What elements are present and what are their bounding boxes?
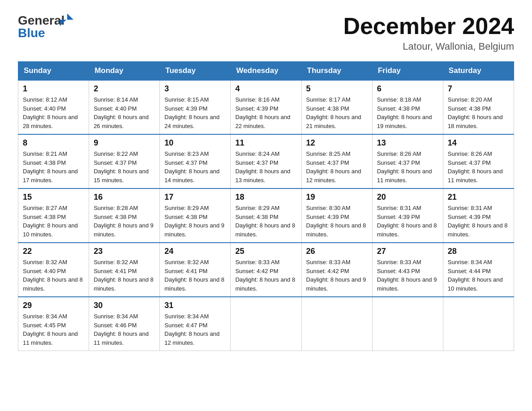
day-number: 12 (306, 138, 368, 148)
day-number: 5 (306, 84, 368, 94)
day-info: Sunrise: 8:31 AM Sunset: 4:39 PM Dayligh… (377, 204, 438, 239)
header-thursday: Thursday (301, 62, 372, 81)
day-number: 17 (164, 193, 226, 202)
calendar-cell: 18 Sunrise: 8:29 AM Sunset: 4:38 PM Dayl… (231, 188, 301, 243)
day-number: 27 (377, 247, 438, 256)
logo: General Blue (18, 13, 73, 40)
calendar-cell: 27 Sunrise: 8:33 AM Sunset: 4:43 PM Dayl… (372, 243, 443, 297)
header-tuesday: Tuesday (160, 62, 231, 81)
logo-triangle-bottom (60, 20, 66, 26)
header-monday: Monday (89, 62, 160, 81)
day-number: 4 (235, 84, 296, 94)
day-info: Sunrise: 8:18 AM Sunset: 4:38 PM Dayligh… (377, 95, 438, 130)
day-number: 1 (23, 84, 84, 94)
day-info: Sunrise: 8:34 AM Sunset: 4:47 PM Dayligh… (164, 312, 226, 347)
calendar-week-1: 1 Sunrise: 8:12 AM Sunset: 4:40 PM Dayli… (18, 80, 514, 134)
day-number: 22 (23, 247, 84, 256)
calendar-cell: 15 Sunrise: 8:27 AM Sunset: 4:38 PM Dayl… (18, 188, 89, 243)
calendar-week-2: 8 Sunrise: 8:21 AM Sunset: 4:38 PM Dayli… (18, 134, 514, 188)
day-info: Sunrise: 8:26 AM Sunset: 4:37 PM Dayligh… (448, 150, 509, 184)
calendar-cell: 31 Sunrise: 8:34 AM Sunset: 4:47 PM Dayl… (160, 297, 231, 351)
calendar-cell: 28 Sunrise: 8:34 AM Sunset: 4:44 PM Dayl… (443, 243, 514, 297)
day-info: Sunrise: 8:21 AM Sunset: 4:38 PM Dayligh… (23, 150, 84, 184)
calendar-cell (372, 297, 443, 351)
location-subtitle: Latour, Wallonia, Belgium (343, 41, 514, 52)
day-number: 11 (235, 138, 296, 148)
day-info: Sunrise: 8:23 AM Sunset: 4:37 PM Dayligh… (164, 150, 226, 184)
day-number: 8 (23, 138, 84, 148)
calendar-cell (301, 297, 372, 351)
day-info: Sunrise: 8:28 AM Sunset: 4:38 PM Dayligh… (94, 204, 155, 239)
day-number: 19 (306, 193, 368, 202)
calendar-cell: 10 Sunrise: 8:23 AM Sunset: 4:37 PM Dayl… (160, 134, 231, 188)
day-number: 21 (448, 193, 509, 202)
calendar-cell: 5 Sunrise: 8:17 AM Sunset: 4:38 PM Dayli… (301, 80, 372, 134)
day-number: 16 (94, 193, 155, 202)
day-number: 30 (94, 301, 155, 310)
day-info: Sunrise: 8:27 AM Sunset: 4:38 PM Dayligh… (23, 204, 84, 239)
calendar-week-5: 29 Sunrise: 8:34 AM Sunset: 4:45 PM Dayl… (18, 297, 514, 351)
header-friday: Friday (372, 62, 443, 81)
day-info: Sunrise: 8:26 AM Sunset: 4:37 PM Dayligh… (377, 150, 438, 184)
calendar-cell: 30 Sunrise: 8:34 AM Sunset: 4:46 PM Dayl… (89, 297, 160, 351)
day-info: Sunrise: 8:32 AM Sunset: 4:40 PM Dayligh… (23, 258, 84, 293)
calendar-cell: 24 Sunrise: 8:32 AM Sunset: 4:41 PM Dayl… (160, 243, 231, 297)
day-info: Sunrise: 8:33 AM Sunset: 4:43 PM Dayligh… (377, 258, 438, 293)
calendar-cell (443, 297, 514, 351)
day-number: 10 (164, 138, 226, 148)
day-number: 23 (94, 247, 155, 256)
calendar-cell: 21 Sunrise: 8:31 AM Sunset: 4:39 PM Dayl… (443, 188, 514, 243)
day-number: 29 (23, 301, 84, 310)
page-header: General Blue December 2024 Latour, Wallo… (18, 13, 514, 52)
title-area: December 2024 Latour, Wallonia, Belgium (343, 13, 514, 52)
day-number: 28 (448, 247, 509, 256)
day-number: 13 (377, 138, 438, 148)
logo-triangle-top (67, 13, 73, 20)
calendar-cell: 9 Sunrise: 8:22 AM Sunset: 4:37 PM Dayli… (89, 134, 160, 188)
calendar-cell: 3 Sunrise: 8:15 AM Sunset: 4:39 PM Dayli… (160, 80, 231, 134)
day-info: Sunrise: 8:16 AM Sunset: 4:39 PM Dayligh… (235, 95, 296, 130)
day-info: Sunrise: 8:30 AM Sunset: 4:39 PM Dayligh… (306, 204, 368, 239)
day-info: Sunrise: 8:32 AM Sunset: 4:41 PM Dayligh… (164, 258, 226, 293)
day-number: 18 (235, 193, 296, 202)
day-number: 31 (164, 301, 226, 310)
day-info: Sunrise: 8:33 AM Sunset: 4:42 PM Dayligh… (235, 258, 296, 293)
calendar-cell: 26 Sunrise: 8:33 AM Sunset: 4:42 PM Dayl… (301, 243, 372, 297)
day-number: 14 (448, 138, 509, 148)
day-number: 3 (164, 84, 226, 94)
day-info: Sunrise: 8:29 AM Sunset: 4:38 PM Dayligh… (235, 204, 296, 239)
day-info: Sunrise: 8:14 AM Sunset: 4:40 PM Dayligh… (94, 95, 155, 130)
day-info: Sunrise: 8:25 AM Sunset: 4:37 PM Dayligh… (306, 150, 368, 184)
calendar-cell: 8 Sunrise: 8:21 AM Sunset: 4:38 PM Dayli… (18, 134, 89, 188)
day-info: Sunrise: 8:17 AM Sunset: 4:38 PM Dayligh… (306, 95, 368, 130)
day-number: 9 (94, 138, 155, 148)
day-number: 15 (23, 193, 84, 202)
calendar-cell: 20 Sunrise: 8:31 AM Sunset: 4:39 PM Dayl… (372, 188, 443, 243)
calendar-cell: 1 Sunrise: 8:12 AM Sunset: 4:40 PM Dayli… (18, 80, 89, 134)
header-sunday: Sunday (18, 62, 89, 81)
calendar-cell: 11 Sunrise: 8:24 AM Sunset: 4:37 PM Dayl… (231, 134, 301, 188)
day-info: Sunrise: 8:31 AM Sunset: 4:39 PM Dayligh… (448, 204, 509, 239)
calendar-week-4: 22 Sunrise: 8:32 AM Sunset: 4:40 PM Dayl… (18, 243, 514, 297)
day-number: 7 (448, 84, 509, 94)
calendar-cell: 13 Sunrise: 8:26 AM Sunset: 4:37 PM Dayl… (372, 134, 443, 188)
calendar-cell (231, 297, 301, 351)
calendar-cell: 29 Sunrise: 8:34 AM Sunset: 4:45 PM Dayl… (18, 297, 89, 351)
day-info: Sunrise: 8:24 AM Sunset: 4:37 PM Dayligh… (235, 150, 296, 184)
day-info: Sunrise: 8:34 AM Sunset: 4:45 PM Dayligh… (23, 312, 84, 347)
weekday-header-row: Sunday Monday Tuesday Wednesday Thursday… (18, 62, 514, 81)
day-info: Sunrise: 8:12 AM Sunset: 4:40 PM Dayligh… (23, 95, 84, 130)
header-wednesday: Wednesday (231, 62, 301, 81)
calendar-table: Sunday Monday Tuesday Wednesday Thursday… (18, 61, 514, 351)
header-saturday: Saturday (443, 62, 514, 81)
day-info: Sunrise: 8:34 AM Sunset: 4:44 PM Dayligh… (448, 258, 509, 293)
month-title: December 2024 (343, 13, 514, 39)
calendar-cell: 17 Sunrise: 8:29 AM Sunset: 4:38 PM Dayl… (160, 188, 231, 243)
day-info: Sunrise: 8:33 AM Sunset: 4:42 PM Dayligh… (306, 258, 368, 293)
calendar-cell: 2 Sunrise: 8:14 AM Sunset: 4:40 PM Dayli… (89, 80, 160, 134)
calendar-cell: 14 Sunrise: 8:26 AM Sunset: 4:37 PM Dayl… (443, 134, 514, 188)
day-info: Sunrise: 8:15 AM Sunset: 4:39 PM Dayligh… (164, 95, 226, 130)
calendar-cell: 16 Sunrise: 8:28 AM Sunset: 4:38 PM Dayl… (89, 188, 160, 243)
day-info: Sunrise: 8:29 AM Sunset: 4:38 PM Dayligh… (164, 204, 226, 239)
day-number: 20 (377, 193, 438, 202)
